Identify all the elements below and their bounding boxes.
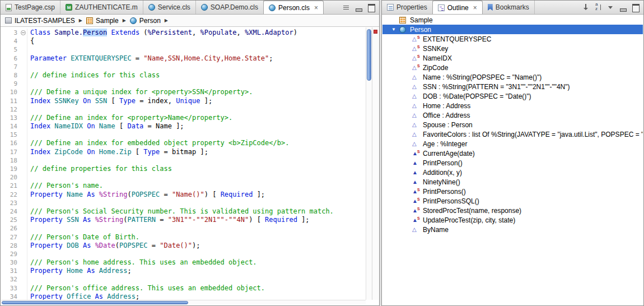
icon-outline [438,4,445,11]
code-line[interactable]: 28Property DOB As %Date(POPSPEC = "Date(… [1,242,366,250]
code-area[interactable]: 3Class Sample.Person Extends (%Persisten… [1,27,366,300]
tab-outline[interactable]: Outline× [432,1,483,14]
code-line[interactable]: 24/// Person's Social Security number. T… [1,207,366,216]
outline-item-updateproctest[interactable]: ▲SUpdateProcTest(zip, city, state) [382,215,643,225]
code-text [27,173,30,182]
breadcrumb-item-ilatest-samples[interactable]: ILATEST-SAMPLES [5,17,75,25]
tab-person-cls[interactable]: Person.cls× [263,1,324,14]
outline-item-sample[interactable]: Sample [382,15,643,25]
link-with-editor-icon[interactable] [581,3,590,12]
tab-list-icon[interactable] [342,3,351,12]
outline-label: SSN : %String(PATTERN = "3N1""-""2N1""-"… [422,83,570,91]
code-line[interactable]: 6Parameter EXTENTQUERYSPEC = "Name,SSN,H… [1,54,366,63]
code-line[interactable]: 17Index ZipCode On Home.Zip [ Type = bit… [1,148,366,156]
code-line[interactable]: 10/// Define a unique index for <propert… [1,88,366,96]
vertical-scrollbar[interactable] [366,27,372,300]
fold-collapse-icon[interactable] [21,30,26,35]
fold-column [20,54,27,63]
code-line[interactable]: 18 [1,156,366,165]
maximize-icon[interactable] [366,3,375,12]
outline-item-printperson[interactable]: ▲PrintPerson() [382,158,643,168]
code-line[interactable]: 31Property Home As Address; [1,267,366,275]
tab-zauthenticate-m[interactable]: MZAUTHENTICATE.m [60,1,143,14]
outline-item-byname[interactable]: △ByName [382,225,643,234]
code-line[interactable]: 27/// Person's Date of Birth. [1,233,366,242]
tab-testpage-csp[interactable]: TestPage.csp [1,1,60,14]
code-line[interactable]: 20 [1,173,366,182]
code-line[interactable]: 15 [1,131,366,139]
code-line[interactable]: 19// define properties for this class [1,165,366,173]
outline-item-currentage[interactable]: ▲SCurrentAge(date) [382,149,643,158]
outline-item-printpersons[interactable]: ▲SPrintPersons() [382,187,643,196]
code-line[interactable]: 9 [1,80,366,88]
code-line[interactable]: 4{ [1,37,366,45]
outline-item-nameidx[interactable]: △SNameIDX [382,53,643,63]
outline-item-office[interactable]: △Office : Address [382,110,643,120]
outline-item-ninetynine[interactable]: ▲NinetyNine() [382,177,643,187]
outline-item-dob[interactable]: △DOB : %Date(POPSPEC = "Date()") [382,91,643,101]
code-editor[interactable]: 3Class Sample.Person Extends (%Persisten… [1,27,379,305]
outline-item-extentqueryspec[interactable]: △SEXTENTQUERYSPEC [382,34,643,44]
fold-column [20,293,27,300]
outline-item-ssn[interactable]: △SSN : %String(PATTERN = "3N1""-""2N1""-… [382,82,643,91]
minimize-icon[interactable] [354,3,363,12]
line-number: 22 [1,191,20,199]
code-line[interactable]: 26 [1,224,366,233]
fold-column [20,122,27,131]
outline-item-storedproctest[interactable]: ▲SStoredProcTest(name, response) [382,206,643,215]
property-icon: △ [412,94,417,99]
close-icon[interactable]: × [314,4,318,11]
tab-soap-demo-cls[interactable]: SOAP.Demo.cls [196,1,264,14]
tab-service-cls[interactable]: Service.cls [143,1,196,14]
code-line[interactable]: 34Property Office As Address; [1,293,366,300]
sort-icon[interactable] [594,3,603,12]
code-line[interactable]: 25Property SSN As %String(PATTERN = "3N1… [1,216,366,224]
outline-item-addition[interactable]: ▲Addition(x, y) [382,168,643,177]
fold-column [20,182,27,190]
code-line[interactable]: 21/// Person's name. [1,182,366,190]
code-line[interactable]: 13/// Define an index for <property>Name… [1,114,366,122]
outline-item-person[interactable]: ▼Person [382,25,643,34]
outline-item-name[interactable]: △Name : %String(POPSPEC = "Name()") [382,72,643,82]
code-line[interactable]: 32 [1,275,366,284]
code-line[interactable]: 14Index NameIDX On Name [ Data = Name ]; [1,122,366,131]
outline-item-ssnkey[interactable]: △SSSNKey [382,44,643,53]
line-number: 12 [1,105,20,114]
code-line[interactable]: 11Index SSNKey On SSN [ Type = index, Un… [1,97,366,105]
vertical-scrollbar-thumb[interactable] [367,29,371,81]
code-line[interactable]: 23 [1,199,366,207]
outline-item-spouse[interactable]: △Spouse : Person [382,120,643,129]
maximize-icon[interactable] [631,3,640,12]
code-line[interactable]: 30/// Person's home address. This uses a… [1,258,366,267]
code-line[interactable]: 7 [1,63,366,71]
outline-item-favoritecolors[interactable]: △FavoriteColors : list Of %String(JAVATY… [382,129,643,139]
error-marker[interactable] [374,30,377,34]
tab-properties[interactable]: Properties [382,1,433,14]
code-line[interactable]: 16/// Define an index for embedded objec… [1,139,366,147]
code-line[interactable]: 3Class Sample.Person Extends (%Persisten… [1,29,366,37]
outline-item-printpersonssql[interactable]: ▲SPrintPersonsSQL() [382,196,643,206]
outline-icon-cell: ▲ [412,160,422,166]
code-line[interactable]: 22Property Name As %String(POPSPEC = "Na… [1,191,366,199]
minimize-icon[interactable] [618,3,627,12]
breadcrumb-item-person[interactable]: Person [130,17,161,25]
breadcrumb-item-sample[interactable]: Sample [86,17,119,25]
code-text [27,199,30,207]
code-line[interactable]: 12 [1,105,366,114]
outline-item-home[interactable]: △Home : Address [382,101,643,110]
horizontal-scrollbar-thumb[interactable] [2,301,188,304]
code-line[interactable]: 29 [1,250,366,258]
close-icon[interactable]: × [473,4,477,11]
outline-item-age[interactable]: △Age : %Integer [382,139,643,149]
view-menu-icon[interactable] [606,3,615,12]
code-text: /// Define an index for embedded object … [27,139,289,147]
icon-csp [6,4,12,11]
property-icon: △ [412,103,417,109]
code-line[interactable]: 5 [1,45,366,54]
code-line[interactable]: 8// define indices for this class [1,71,366,80]
tab-bookmarks[interactable]: Bookmarks [483,1,535,14]
code-line[interactable]: 33/// Person's office address. This uses… [1,284,366,293]
outline-item-zipcode[interactable]: △SZipCode [382,63,643,72]
horizontal-scrollbar[interactable] [1,300,366,305]
tree-expander-icon[interactable]: ▼ [391,27,399,32]
